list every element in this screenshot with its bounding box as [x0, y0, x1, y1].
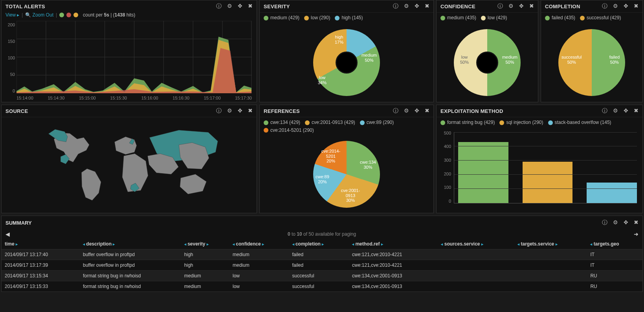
view-link[interactable]: View ▸ [6, 12, 19, 18]
info-icon[interactable]: ⓘ [602, 107, 607, 114]
completion-pie[interactable]: failed50% successful50% [558, 29, 625, 96]
col-description[interactable]: ◂ description ▸ [80, 239, 181, 249]
col-completion[interactable]: ◂ completion ▸ [289, 239, 349, 249]
move-icon[interactable]: ✥ [624, 219, 628, 226]
move-icon[interactable]: ✥ [519, 3, 524, 10]
panel-title: COMPLETION [545, 4, 580, 9]
alerts-subbar: View ▸ | 🔍 Zoom Out | count per 5s | (14… [2, 12, 257, 20]
gear-icon[interactable]: ⚙ [404, 3, 409, 10]
info-icon[interactable]: ⓘ [393, 3, 398, 10]
gear-icon[interactable]: ⚙ [404, 107, 409, 114]
table-row[interactable]: 2014/09/17 13:17:40buffer overflow in pr… [2, 249, 642, 260]
info-icon[interactable]: ⓘ [602, 3, 607, 10]
info-icon[interactable]: ⓘ [216, 107, 222, 114]
table-row[interactable]: 2014/09/17 13:15:33format string bug in … [2, 281, 642, 292]
move-icon[interactable]: ✥ [624, 107, 628, 114]
panel-exploitation: EXPLOITATION METHOD ⓘ⚙✥✖ format string b… [436, 105, 643, 213]
exploitation-barchart[interactable]: 0100200300400500 [440, 131, 638, 210]
col-confidence[interactable]: ◂ confidence ▸ [229, 239, 289, 249]
col-tgtsvc[interactable]: ◂ targets.service ▸ [514, 239, 587, 249]
gear-icon[interactable]: ⚙ [508, 3, 514, 10]
col-srcsvc[interactable]: ◂ sources.service ▸ [438, 239, 514, 249]
gear-icon[interactable]: ⚙ [227, 107, 232, 114]
info-icon[interactable]: ⓘ [216, 3, 222, 10]
next-page-icon[interactable]: ➜ [634, 231, 638, 237]
panel-confidence: CONFIDENCE ⓘ⚙✥✖ medium (435) low (429) m… [436, 0, 538, 102]
info-icon[interactable]: ⓘ [393, 107, 398, 114]
gear-icon[interactable]: ⚙ [613, 219, 618, 226]
close-icon[interactable]: ✖ [634, 107, 638, 114]
gear-icon[interactable]: ⚙ [613, 107, 618, 114]
col-geo[interactable]: ◂ targets.geo [587, 239, 642, 249]
panel-total-alerts: TOTAL ALERTS ⓘ ⚙ ✥ ✖ View ▸ | 🔍 Zoom Out… [1, 0, 257, 102]
panel-title: REFERENCES [264, 108, 300, 114]
alerts-chart[interactable]: 200150100500 15:14:0015:14:30 [5, 21, 253, 101]
panel-source: SOURCE ⓘ⚙✥✖ [1, 105, 257, 213]
table-row[interactable]: 2014/09/17 13:17:39buffer overflow in pr… [2, 260, 642, 271]
panel-title: SEVERITY [264, 4, 290, 9]
panel-title: EXPLOITATION METHOD [440, 108, 503, 114]
close-icon[interactable]: ✖ [425, 107, 429, 114]
prev-page-icon[interactable]: ◀ [6, 231, 10, 237]
close-icon[interactable]: ✖ [248, 3, 253, 10]
col-severity[interactable]: ◂ severity ▸ [181, 239, 229, 249]
panel-title: CONFIDENCE [440, 4, 475, 9]
close-icon[interactable]: ✖ [425, 3, 429, 10]
references-pie[interactable]: cwe:13430% cve:2001-091330% cwe:8920% cv… [313, 141, 380, 208]
close-icon[interactable]: ✖ [634, 3, 638, 10]
severity-donut[interactable]: high17% medium50% low34% [313, 29, 380, 96]
hits-label: count per 5s | (1438 hits) [83, 12, 135, 18]
panel-severity: SEVERITY ⓘ⚙✥✖ medium (429) low (290) hig… [259, 0, 434, 102]
legend-dot [66, 13, 71, 17]
move-icon[interactable]: ✥ [415, 3, 419, 10]
table-row[interactable]: 2014/09/17 13:15:34format string bug in … [2, 271, 642, 281]
panel-completion: COMPLETION ⓘ⚙✥✖ failed (435) successful … [541, 0, 643, 102]
close-icon[interactable]: ✖ [634, 219, 638, 226]
panel-references: REFERENCES ⓘ⚙✥✖ cwe:134 (429) cve:2001-0… [259, 105, 434, 213]
zoom-out-link[interactable]: 🔍 Zoom Out [25, 12, 53, 18]
world-map[interactable] [2, 117, 257, 213]
bar-stack-overflow[interactable] [587, 183, 637, 203]
panel-summary: SUMMARY ⓘ⚙✥✖ ◀ 0 to 10 of 50 available f… [1, 216, 643, 292]
panel-header: TOTAL ALERTS ⓘ ⚙ ✥ ✖ [2, 0, 257, 12]
bar-sql-injection[interactable] [523, 162, 573, 203]
col-time[interactable]: time ▸ [2, 239, 80, 249]
legend-dot [59, 13, 64, 17]
close-icon[interactable]: ✖ [529, 3, 534, 10]
info-icon[interactable]: ⓘ [602, 219, 607, 226]
severity-legend: medium (429) low (290) high (145) [260, 13, 433, 24]
move-icon[interactable]: ✥ [238, 3, 242, 10]
move-icon[interactable]: ✥ [624, 3, 628, 10]
confidence-donut[interactable]: medium50% low50% [454, 29, 521, 96]
close-icon[interactable]: ✖ [248, 107, 253, 114]
panel-title: SUMMARY [6, 220, 32, 226]
col-method[interactable]: ◂ method.ref ▸ [349, 239, 438, 249]
gear-icon[interactable]: ⚙ [227, 3, 232, 10]
bar-format-string[interactable] [458, 142, 508, 203]
legend-dot [73, 13, 78, 17]
panel-title: SOURCE [6, 108, 28, 114]
move-icon[interactable]: ✥ [238, 107, 242, 114]
gear-icon[interactable]: ⚙ [613, 3, 618, 10]
panel-icons: ⓘ ⚙ ✥ ✖ [216, 3, 253, 10]
info-icon[interactable]: ⓘ [497, 3, 503, 10]
move-icon[interactable]: ✥ [415, 107, 419, 114]
summary-table: time ▸ ◂ description ▸ ◂ severity ▸ ◂ co… [2, 239, 642, 292]
pager-text: 0 to 10 of 50 available for paging [288, 231, 356, 237]
panel-title: TOTAL ALERTS [6, 4, 45, 9]
